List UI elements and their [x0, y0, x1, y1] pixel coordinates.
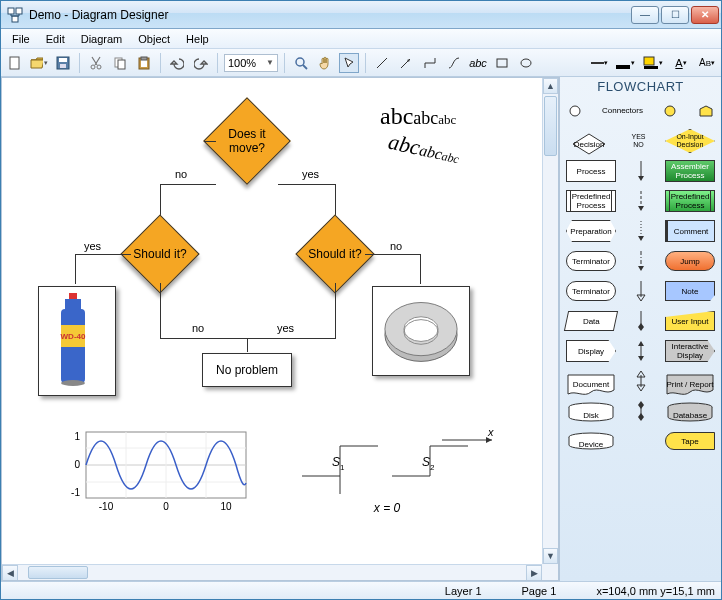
image-left[interactable]: WD-40 [38, 286, 116, 396]
select-tool-button[interactable] [339, 53, 359, 73]
zoom-tool-button[interactable] [291, 53, 311, 73]
scrollbar-vertical[interactable]: ▲ ▼ [542, 78, 558, 564]
sine-chart[interactable]: 1 0 -1 -10 0 10 [62, 428, 252, 514]
svg-point-29 [61, 380, 85, 386]
svg-rect-12 [141, 60, 147, 67]
palette-note[interactable]: Note [665, 281, 715, 301]
palette-body[interactable]: Connectors Decision YESNO On-Input Decis… [560, 96, 721, 581]
svg-rect-23 [644, 66, 658, 69]
node-decision-left[interactable]: Should it? [120, 214, 199, 293]
menubar: File Edit Diagram Object Help [1, 29, 721, 49]
palette-user-input[interactable]: User Input [665, 311, 715, 331]
palette-predef-process[interactable]: Predefined Process [566, 190, 616, 212]
image-right[interactable] [372, 286, 470, 376]
cut-button[interactable] [86, 53, 106, 73]
curve-tool-button[interactable] [444, 53, 464, 73]
svg-rect-22 [644, 57, 654, 65]
scroll-left-icon[interactable]: ◀ [2, 565, 18, 581]
palette-oninput-decision[interactable]: On-Input Decision [665, 129, 715, 153]
app-window: Demo - Diagram Designer — ☐ ✕ File Edit … [0, 0, 722, 600]
redo-button[interactable] [191, 53, 211, 73]
wd40-icon: WD-40 [47, 291, 107, 391]
status-coords: x=104,0 mm y=15,1 mm [596, 585, 715, 597]
svg-text:S: S [422, 455, 430, 469]
scroll-down-icon[interactable]: ▼ [543, 548, 558, 564]
palette-terminator[interactable]: Terminator [566, 251, 616, 271]
line-color-button[interactable]: ▾ [613, 53, 637, 73]
svg-point-63 [665, 106, 675, 116]
text-sample-rotated[interactable]: abcabcabc [386, 129, 462, 169]
palette-tape[interactable]: Tape [665, 432, 715, 450]
palette-document[interactable]: Document [566, 373, 616, 390]
svg-line-16 [377, 58, 387, 68]
titlebar[interactable]: Demo - Diagram Designer — ☐ ✕ [1, 1, 721, 29]
svg-text:x: x [487, 428, 494, 438]
palette-predef-process-g[interactable]: Predefined Process [665, 190, 715, 212]
scroll-right-icon[interactable]: ▶ [526, 565, 542, 581]
undo-button[interactable] [167, 53, 187, 73]
text-sample-row[interactable]: abcabcabc [380, 103, 456, 130]
menu-file[interactable]: File [5, 31, 37, 47]
canvas-area[interactable]: Does it move? no yes Should it? Should i… [1, 77, 559, 581]
scroll-h-thumb[interactable] [28, 566, 88, 579]
arrow-bi-icon [631, 339, 651, 363]
text-color-button[interactable]: A▾ [669, 53, 693, 73]
palette-terminator2[interactable]: Terminator [566, 281, 616, 301]
connector-circle-icon[interactable] [566, 104, 584, 118]
menu-help[interactable]: Help [179, 31, 216, 47]
palette-assembler-process[interactable]: Assembler Process [665, 160, 715, 182]
node-no-problem[interactable]: No problem [202, 353, 292, 387]
font-button[interactable]: AB▾ [697, 53, 717, 73]
fill-color-button[interactable]: ▾ [641, 53, 665, 73]
open-button[interactable]: ▾ [29, 53, 49, 73]
line-style-button[interactable]: ▾ [589, 53, 609, 73]
node-decision-top[interactable]: Does it move? [203, 97, 291, 185]
new-button[interactable] [5, 53, 25, 73]
connector-tool-button[interactable] [420, 53, 440, 73]
palette-display[interactable]: Display [566, 340, 616, 362]
palette-jump[interactable]: Jump [665, 251, 715, 271]
hand-tool-button[interactable] [315, 53, 335, 73]
palette-print[interactable]: Print / Report [665, 373, 715, 390]
svg-text:-10: -10 [99, 501, 114, 512]
palette-connectors-label: Connectors [602, 107, 643, 116]
paste-button[interactable] [134, 53, 154, 73]
menu-diagram[interactable]: Diagram [74, 31, 130, 47]
palette-database[interactable]: Database [665, 402, 715, 421]
connector-circle-yellow-icon[interactable] [661, 104, 679, 118]
palette-disk[interactable]: Disk [566, 402, 616, 421]
scroll-up-icon[interactable]: ▲ [543, 78, 558, 94]
step-plot[interactable]: x S1 S2 x = 0 [292, 428, 502, 518]
save-button[interactable] [53, 53, 73, 73]
copy-button[interactable] [110, 53, 130, 73]
scroll-v-thumb[interactable] [544, 96, 557, 156]
arrow-tool-button[interactable] [396, 53, 416, 73]
palette-data[interactable]: Data [564, 311, 618, 331]
svg-rect-13 [141, 57, 147, 60]
scrollbar-horizontal[interactable]: ◀ ▶ [2, 564, 542, 580]
ellipse-tool-button[interactable] [516, 53, 536, 73]
palette-process[interactable]: Process [566, 160, 616, 182]
maximize-button[interactable]: ☐ [661, 6, 689, 24]
svg-text:S: S [332, 455, 340, 469]
rect-tool-button[interactable] [492, 53, 512, 73]
menu-object[interactable]: Object [131, 31, 177, 47]
svg-rect-25 [65, 299, 81, 309]
palette-interactive-display[interactable]: Interactive Display [665, 340, 715, 362]
toolbar-main: ▾ 100%▼ abc ▾ ▾ ▾ A▾ AB▾ [1, 49, 721, 77]
close-button[interactable]: ✕ [691, 6, 719, 24]
connector-home-icon[interactable] [697, 104, 715, 118]
palette-device[interactable]: Device [566, 432, 616, 450]
zoom-combo[interactable]: 100%▼ [224, 54, 278, 72]
line-tool-button[interactable] [372, 53, 392, 73]
palette-decision[interactable]: Decision [566, 132, 612, 150]
text-tool-button[interactable]: abc [468, 53, 488, 73]
palette-comment[interactable]: Comment [665, 220, 715, 242]
svg-rect-6 [60, 64, 66, 68]
window-title: Demo - Diagram Designer [29, 8, 631, 22]
palette-preparation[interactable]: Preparation [566, 220, 616, 242]
palette-title: FLOWCHART [560, 77, 721, 96]
menu-edit[interactable]: Edit [39, 31, 72, 47]
minimize-button[interactable]: — [631, 6, 659, 24]
node-decision-right[interactable]: Should it? [295, 214, 374, 293]
